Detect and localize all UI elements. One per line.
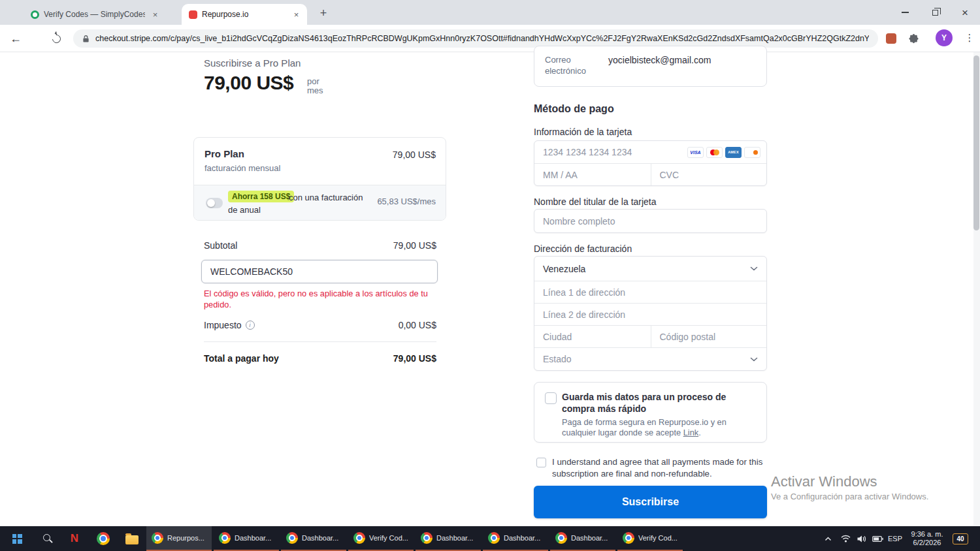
cardholder-field — [534, 209, 767, 233]
restore-icon — [932, 10, 938, 16]
promo-code-input[interactable] — [202, 260, 437, 283]
chrome-icon — [555, 532, 567, 544]
mastercard-icon — [706, 147, 723, 158]
extension-icon[interactable] — [881, 28, 902, 49]
state-placeholder: Estado — [543, 354, 572, 364]
pinned-file-explorer[interactable] — [119, 526, 145, 551]
cardholder-label: Nombre del titular de la tarjeta — [534, 197, 657, 207]
new-tab-button[interactable]: + — [315, 5, 332, 22]
simplycodes-favicon — [31, 10, 39, 19]
pinned-chrome[interactable] — [90, 526, 116, 551]
subtotal-value: 79,00 US$ — [393, 240, 436, 251]
address-bar[interactable]: checkout.stripe.com/c/pay/cs_live_b1i2hd… — [73, 29, 878, 48]
profile-avatar[interactable]: Y — [936, 29, 953, 46]
reload-button[interactable] — [46, 28, 67, 49]
link-link[interactable]: Link — [683, 428, 698, 437]
product-price: 79,00 US$ — [393, 148, 436, 185]
tab-close-icon[interactable]: × — [291, 9, 302, 20]
address-line2-input[interactable] — [534, 304, 766, 325]
save-info-checkbox[interactable] — [545, 392, 557, 404]
terms-checkbox[interactable] — [536, 458, 546, 467]
tab-verify-codes[interactable]: Verify Codes — SimplyCodes × — [24, 4, 166, 25]
cardholder-input[interactable] — [534, 210, 766, 232]
tray-expand-button[interactable] — [819, 526, 836, 551]
start-button[interactable] — [4, 526, 30, 551]
notification-tray-button[interactable]: 40 — [949, 526, 972, 551]
n-app-icon: N — [71, 532, 78, 545]
window-label: Dashboar... — [436, 534, 473, 542]
taskbar-window-3[interactable]: Dashboar... — [281, 526, 346, 551]
speaker-icon — [857, 535, 866, 543]
window-label: Dashboar... — [504, 534, 540, 542]
postal-code-input[interactable] — [651, 326, 767, 347]
scrollbar-thumb[interactable] — [973, 55, 979, 230]
tax-info-icon[interactable]: i — [246, 321, 255, 330]
country-select[interactable]: Venezuela — [534, 257, 766, 281]
tab-title: Repurpose.io — [202, 10, 286, 19]
network-tray-button[interactable] — [838, 526, 853, 551]
subtotal-label: Subtotal — [204, 240, 237, 251]
tab-title: Verify Codes — SimplyCodes — [44, 10, 145, 19]
promo-code-field — [201, 260, 438, 283]
back-button[interactable]: ← — [5, 28, 26, 49]
visa-icon: VISA — [687, 147, 704, 158]
window-minimize-button[interactable] — [890, 0, 920, 25]
tax-row: Impuesto i 0,00 US$ — [204, 320, 436, 330]
battery-tray-button[interactable] — [869, 526, 886, 551]
amex-icon: AMEX — [725, 147, 742, 158]
price-interval-line2: mes — [307, 86, 323, 95]
tab-repurpose[interactable]: Repurpose.io × — [182, 4, 307, 25]
state-select[interactable]: Estado — [534, 347, 766, 370]
address-line2-field — [534, 303, 766, 325]
date-text: 6/2/2026 — [913, 539, 941, 547]
taskbar-window-4[interactable]: Verify Cod... — [348, 526, 414, 551]
window-label: Verify Cod... — [638, 534, 678, 542]
expiry-cvc-row: 123 — [534, 164, 766, 185]
city-input[interactable] — [534, 326, 651, 347]
card-info-label: Información de la tarjeta — [534, 127, 632, 137]
window-close-button[interactable]: × — [950, 0, 980, 25]
payment-method-heading: Método de pago — [534, 103, 614, 115]
adblock-extension-icon — [886, 33, 896, 44]
window-restore-button[interactable] — [920, 0, 950, 25]
chevron-up-icon — [825, 537, 832, 541]
annual-billing-toggle[interactable] — [206, 198, 223, 208]
taskbar-search-button[interactable] — [33, 526, 59, 551]
lock-icon — [82, 35, 90, 43]
window-label: Dashboar... — [235, 534, 271, 542]
taskbar-window-5[interactable]: Dashboar... — [416, 526, 481, 551]
address-line1-input[interactable] — [534, 281, 766, 303]
save-info-period: . — [698, 428, 701, 437]
chrome-icon — [353, 532, 365, 544]
language-indicator[interactable]: ESP — [885, 526, 906, 551]
browser-tab-strip: Verify Codes — SimplyCodes × Repurpose.i… — [0, 0, 980, 25]
card-cvc-input[interactable] — [651, 164, 787, 185]
discover-icon — [744, 147, 760, 158]
card-expiry-input[interactable] — [534, 164, 651, 185]
save-info-subtext-text: Paga de forma segura en Repurpose.io y e… — [562, 417, 727, 437]
taskbar-window-1[interactable]: Repurpos... — [146, 526, 212, 551]
taskbar-window-8[interactable]: Verify Cod... — [617, 526, 683, 551]
clock[interactable]: 9:36 a. m. 6/2/2026 — [907, 526, 947, 551]
tab-close-icon[interactable]: × — [150, 9, 161, 20]
subscribe-button[interactable]: Suscribirse — [534, 486, 767, 518]
total-row: Total a pagar hoy 79,00 US$ — [204, 353, 436, 364]
price-interval-line1: por — [307, 77, 323, 86]
billing-address-label: Dirección de facturación — [534, 244, 632, 254]
close-icon: × — [962, 7, 968, 18]
taskbar-window-2[interactable]: Dashboar... — [214, 526, 279, 551]
pinned-app-n[interactable]: N — [61, 526, 88, 551]
card-info-group: VISA AMEX 123 — [534, 140, 767, 186]
tax-label: Impuesto — [204, 320, 242, 330]
card-number-input[interactable] — [534, 141, 685, 163]
volume-tray-button[interactable] — [853, 526, 869, 551]
activate-windows-subtitle: Ve a Configuración para activar Windows. — [771, 492, 928, 501]
notification-badge: 40 — [953, 533, 968, 544]
extensions-menu-button[interactable] — [903, 28, 924, 49]
email-label: Correo electrónico — [545, 54, 597, 76]
billing-address-group: Venezuela Estado — [534, 256, 767, 371]
taskbar-window-7[interactable]: Dashboar... — [550, 526, 615, 551]
subscribe-button-label: Suscribirse — [622, 496, 679, 508]
browser-menu-icon[interactable]: ⋮ — [963, 30, 976, 46]
taskbar-window-6[interactable]: Dashboar... — [483, 526, 548, 551]
